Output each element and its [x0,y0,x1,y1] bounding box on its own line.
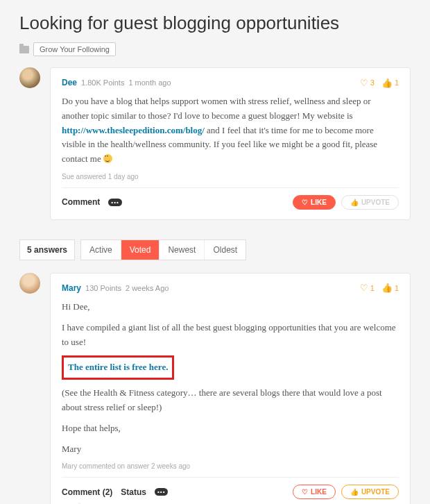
thumb-up-icon: 👍 [381,78,393,87]
post-body: Do you have a blog that helps support wo… [62,94,399,167]
more-icon[interactable]: ••• [155,488,168,496]
author-link[interactable]: Dee [62,78,77,87]
comment-button[interactable]: Comment (2) [62,487,112,497]
comment-button[interactable]: Comment [62,197,100,207]
post-card: Dee 1.80K Points 1 month ago ♡3 👍1 Do yo… [50,67,411,220]
avatar[interactable] [19,273,40,294]
page-title: Looking for guest blogging opportunities [19,12,411,34]
smile-emoji [103,154,112,163]
answer-tabs: 5 answers Active Voted Newest Oldest [19,240,411,260]
tab-oldest[interactable]: Oldest [205,240,246,260]
answers-count: 5 answers [19,240,75,260]
upvote-button[interactable]: 👍UPVOTE [341,195,399,210]
highlighted-link-box: The entire list is free here. [62,355,174,380]
question-post: Dee 1.80K Points 1 month ago ♡3 👍1 Do yo… [19,67,411,220]
post-time: 2 weeks Ago [126,284,169,292]
category-row: Grow Your Following [19,42,411,56]
thumb-up-icon: 👍 [381,283,393,292]
more-icon[interactable]: ••• [108,199,121,206]
author-points: 130 Points [85,284,121,292]
reactions: ♡3 👍1 [360,78,399,87]
folder-icon [19,46,29,53]
heart-icon: ♡ [360,283,368,292]
external-link[interactable]: http://www.thesleepedition.com/blog/ [62,125,205,135]
thumb-count[interactable]: 👍1 [381,283,399,292]
status-button[interactable]: Status [121,487,146,497]
heart-icon: ♡ [302,199,308,206]
heart-count[interactable]: ♡3 [360,78,375,87]
author-line: Mary 130 Points 2 weeks Ago [62,283,169,293]
answer-post: Mary 130 Points 2 weeks Ago ♡1 👍1 Hi Dee… [19,273,411,504]
thumb-up-icon: 👍 [350,488,359,496]
upvote-button[interactable]: 👍UPVOTE [341,485,399,499]
author-link[interactable]: Mary [62,283,81,293]
like-button[interactable]: ♡LIKE [293,485,336,499]
author-line: Dee 1.80K Points 1 month ago [62,78,171,87]
thumb-count[interactable]: 👍1 [381,78,399,87]
category-tag[interactable]: Grow Your Following [33,42,116,56]
tab-voted[interactable]: Voted [121,240,160,260]
heart-icon: ♡ [360,78,368,87]
thumb-up-icon: 👍 [350,199,359,206]
author-points: 1.80K Points [81,78,124,87]
list-link[interactable]: The entire list is free here. [68,362,168,372]
tab-newest[interactable]: Newest [160,240,205,260]
tab-active[interactable]: Active [81,240,121,260]
post-time: 1 month ago [128,78,171,87]
answer-meta: Mary commented on answer 2 weeks ago [62,462,399,470]
tab-group: Active Voted Newest Oldest [80,240,246,260]
answer-body: Hi Dee, I have compiled a giant list of … [62,300,399,456]
heart-icon: ♡ [302,488,308,496]
like-button[interactable]: ♡LIKE [293,195,336,210]
heart-count[interactable]: ♡1 [360,283,375,292]
reactions: ♡1 👍1 [360,283,399,292]
post-meta: Sue answered 1 day ago [62,173,399,180]
avatar[interactable] [19,67,40,88]
answer-card: Mary 130 Points 2 weeks Ago ♡1 👍1 Hi Dee… [50,273,411,504]
